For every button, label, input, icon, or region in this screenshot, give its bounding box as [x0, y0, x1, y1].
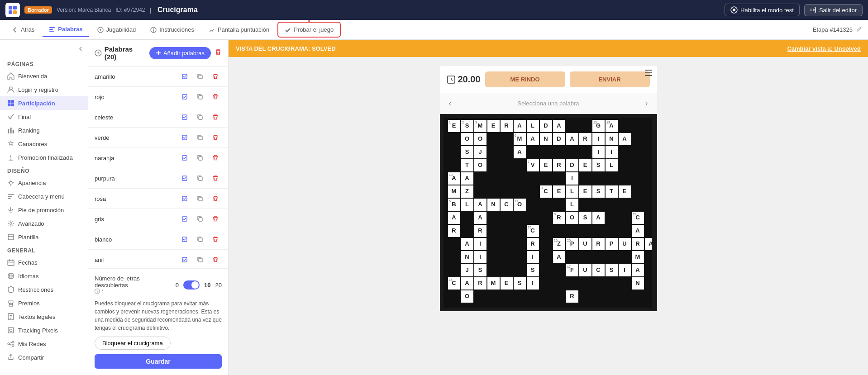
sidebar-item-cabecera[interactable]: Cabecera y menú — [0, 190, 88, 203]
svg-rect-3 — [13, 10, 17, 14]
word-copy-btn[interactable] — [194, 90, 206, 103]
word-check-btn[interactable] — [178, 70, 191, 83]
svg-text:U: U — [622, 240, 626, 247]
svg-text:I: I — [624, 266, 625, 273]
tab-jugabilidad[interactable]: Jugabilidad — [91, 23, 143, 37]
sidebar-item-idiomas[interactable]: Idiomas — [0, 269, 88, 283]
letters-toggle[interactable] — [183, 280, 200, 290]
svg-point-30 — [12, 345, 14, 347]
me-rindo-button[interactable]: ME RINDO — [485, 71, 565, 87]
tab-atras[interactable]: Atrás — [5, 23, 41, 37]
hamburger-menu-button[interactable] — [644, 68, 653, 79]
svg-text:I: I — [532, 253, 534, 260]
svg-text:A: A — [622, 135, 627, 142]
word-check-btn[interactable] — [178, 90, 191, 103]
sidebar-item-ganadores[interactable]: Ganadores — [0, 137, 88, 151]
word-check-btn[interactable] — [178, 172, 191, 185]
tab-probar-juego[interactable]: Probar el juego — [277, 22, 341, 38]
prev-word-button[interactable]: ‹ — [445, 97, 455, 110]
word-delete-btn[interactable] — [209, 131, 222, 144]
block-crossword-button[interactable]: Bloquear el crucigrama — [95, 337, 171, 350]
crossword-game: 20.00 ME RINDO ENVIAR ‹ Selecciona una p… — [440, 66, 657, 311]
exit-editor-button[interactable]: Salir del editor — [804, 4, 863, 16]
tab-instrucciones[interactable]: Instrucciones — [144, 23, 200, 37]
sidebar-item-participacion[interactable]: Participación — [0, 96, 88, 110]
sidebar-item-premios[interactable]: Premios — [0, 296, 88, 310]
svg-text:L: L — [570, 201, 574, 208]
etapa-edit-button[interactable] — [856, 26, 863, 33]
sidebar-item-login[interactable]: Login y registro — [0, 83, 88, 96]
word-check-btn[interactable] — [178, 111, 191, 123]
word-delete-btn[interactable] — [209, 172, 222, 185]
sidebar-item-avanzado[interactable]: Avanzado — [0, 217, 88, 230]
svg-text:J: J — [478, 148, 482, 155]
word-copy-btn[interactable] — [194, 213, 206, 225]
next-word-button[interactable]: › — [642, 97, 652, 110]
svg-text:C: C — [530, 227, 535, 234]
word-check-btn[interactable] — [178, 253, 191, 266]
sidebar-item-apariencia[interactable]: Apariencia — [0, 176, 88, 190]
word-delete-btn[interactable] — [209, 90, 222, 103]
word-delete-btn[interactable] — [209, 233, 222, 246]
svg-text:A: A — [452, 214, 456, 221]
sidebar-item-compartir[interactable]: Compartir — [0, 351, 88, 364]
tab-palabras[interactable]: Palabras — [43, 22, 89, 37]
word-check-btn[interactable] — [178, 152, 191, 164]
word-copy-btn[interactable] — [194, 172, 206, 185]
word-copy-btn[interactable] — [194, 233, 206, 246]
sidebar-item-pie[interactable]: Pie de promoción — [0, 203, 88, 217]
enable-test-button[interactable]: Habilita el modo test — [725, 4, 800, 16]
word-delete-btn[interactable] — [209, 152, 222, 164]
svg-text:R: R — [452, 227, 456, 234]
svg-text:S: S — [465, 122, 469, 129]
word-delete-btn[interactable] — [209, 70, 222, 83]
svg-rect-14 — [8, 104, 10, 106]
sidebar: Páginas Bienvenida Login y registro Part… — [0, 40, 88, 375]
sidebar-item-restricciones[interactable]: Restricciones — [0, 283, 88, 296]
add-words-button[interactable]: Añadir palabras — [149, 47, 211, 59]
svg-rect-45 — [199, 197, 202, 201]
word-check-btn[interactable] — [178, 192, 191, 205]
svg-text:A: A — [465, 175, 469, 181]
tab-puntuacion[interactable]: Pantalla puntuación — [202, 23, 276, 37]
word-item: rosa — [88, 189, 228, 209]
sidebar-item-tracking[interactable]: Tracking Pixels — [0, 323, 88, 337]
sidebar-item-final[interactable]: Final — [0, 110, 88, 123]
word-copy-btn[interactable] — [194, 111, 206, 123]
word-copy-btn[interactable] — [194, 192, 206, 205]
sidebar-collapse-button[interactable] — [77, 45, 84, 54]
word-item: naranja — [88, 148, 228, 168]
word-delete-btn[interactable] — [209, 192, 222, 205]
word-delete-btn[interactable] — [209, 213, 222, 225]
word-copy-btn[interactable] — [194, 70, 206, 83]
svg-text:12: 12 — [593, 121, 597, 124]
game-header: 20.00 ME RINDO ENVIAR — [440, 66, 657, 93]
sidebar-item-promo-finalizada[interactable]: Promoción finalizada — [0, 151, 88, 164]
sidebar-item-ranking[interactable]: Ranking — [0, 123, 88, 137]
svg-text:S: S — [596, 188, 600, 195]
word-copy-btn[interactable] — [194, 253, 206, 266]
sidebar-item-plantilla[interactable]: Plantilla — [0, 230, 88, 244]
change-view-link[interactable]: Cambiar vista a: Unsolved — [787, 45, 861, 52]
sidebar-item-bienvenida[interactable]: Bienvenida — [0, 69, 88, 83]
sidebar-item-textos-legales[interactable]: Textos legales — [0, 310, 88, 323]
sidebar-item-fechas[interactable]: Fechas — [0, 256, 88, 269]
enviar-button[interactable]: ENVIAR — [570, 71, 650, 87]
word-check-btn[interactable] — [178, 131, 191, 144]
delete-all-words-button[interactable] — [215, 49, 222, 57]
svg-text:L: L — [465, 201, 469, 208]
word-item: anil — [88, 250, 228, 268]
svg-text:E: E — [622, 188, 626, 195]
word-delete-btn[interactable] — [209, 253, 222, 266]
svg-rect-2 — [9, 10, 12, 14]
crossword-content: 20.00 ME RINDO ENVIAR ‹ Selecciona una p… — [229, 57, 868, 375]
word-copy-btn[interactable] — [194, 152, 206, 164]
sidebar-item-redes[interactable]: Mis Redes — [0, 337, 88, 351]
word-delete-btn[interactable] — [209, 111, 222, 123]
word-copy-btn[interactable] — [194, 131, 206, 144]
word-check-btn[interactable] — [178, 233, 191, 246]
svg-text:15: 15 — [528, 226, 531, 229]
svg-rect-16 — [8, 129, 9, 133]
save-button[interactable]: Guardar — [95, 354, 222, 369]
word-check-btn[interactable] — [178, 213, 191, 225]
